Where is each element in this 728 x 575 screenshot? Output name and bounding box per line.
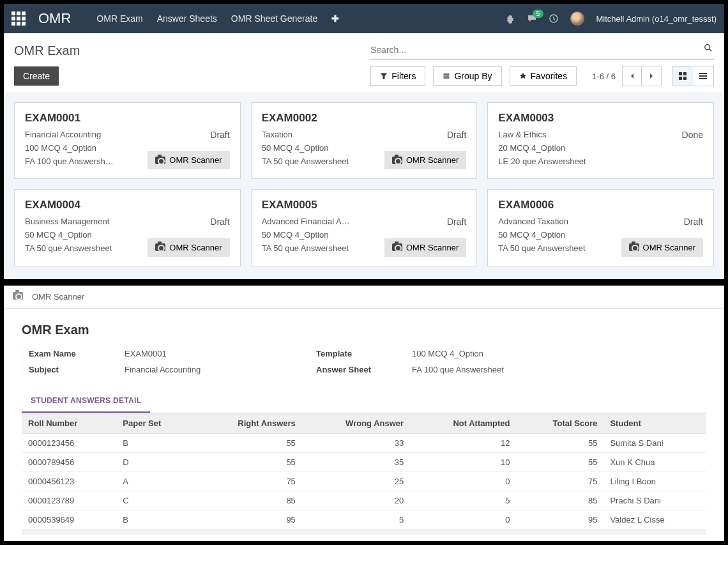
omr-scanner-button[interactable]: OMR Scanner (384, 238, 466, 257)
cell-wrong: 25 (302, 471, 410, 491)
cell-score: 95 (516, 510, 603, 529)
cell-student: Sumita S Dani (603, 433, 706, 452)
field-label-answer-sheet: Answer Sheet (316, 365, 412, 374)
breadcrumb[interactable]: OMR Scanner (32, 292, 84, 302)
filters-button[interactable]: Filters (370, 66, 425, 86)
cell-na: 12 (410, 433, 516, 452)
table-row[interactable]: 0000539649B955095Valdez L Cisse (22, 510, 706, 529)
omr-scanner-button[interactable]: OMR Scanner (384, 151, 466, 169)
camera-icon (392, 243, 402, 251)
search-icon[interactable] (704, 43, 713, 52)
cell-score: 55 (516, 433, 603, 452)
card-code: EXAM0006 (498, 199, 703, 211)
bug-icon[interactable] (505, 13, 515, 24)
favorites-button[interactable]: Favorites (510, 66, 577, 86)
nav-link-omr-exam[interactable]: OMR Exam (96, 13, 142, 24)
card-code: EXAM0002 (262, 112, 467, 125)
tab-student-answers[interactable]: STUDENT ANSWERS DETAIL (22, 390, 150, 413)
pager-prev-button[interactable] (623, 66, 642, 86)
groupby-button[interactable]: Group By (433, 66, 501, 86)
filters-label: Filters (391, 71, 416, 81)
cell-wrong: 5 (302, 510, 410, 529)
omr-scanner-button[interactable]: OMR Scanner (148, 151, 229, 169)
table-row[interactable]: 0000123456B55331255Sumita S Dani (22, 433, 706, 452)
col-paper-set[interactable]: Paper Set (116, 413, 194, 434)
card-status: Draft (210, 217, 229, 227)
table-row[interactable]: 0000123789C8520585Prachi S Dani (22, 491, 706, 510)
cell-right: 55 (194, 433, 302, 452)
chat-badge-count: 5 (533, 10, 544, 18)
omr-scanner-button[interactable]: OMR Scanner (148, 238, 229, 257)
cell-na: 0 (410, 510, 516, 529)
nav-link-answer-sheets[interactable]: Answer Sheets (157, 13, 217, 24)
avatar[interactable] (570, 12, 584, 26)
col-roll[interactable]: Roll Number (22, 413, 116, 434)
cell-student: Valdez L Cisse (603, 510, 706, 529)
top-nav: OMR OMR Exam Answer Sheets OMR Sheet Gen… (4, 4, 724, 33)
create-button[interactable]: Create (14, 66, 59, 86)
camera-icon (155, 243, 165, 251)
card-status: Draft (447, 130, 466, 140)
card-code: EXAM0005 (262, 199, 467, 211)
filter-icon (380, 72, 388, 80)
table-row[interactable]: 0000456123A7525075Liling I Boon (22, 471, 706, 491)
kanban-icon (679, 72, 686, 80)
omr-scanner-button[interactable]: OMR Scanner (621, 238, 703, 257)
card-subject: Law & Ethics (498, 128, 616, 142)
camera-icon (392, 157, 402, 164)
clock-icon[interactable] (549, 13, 559, 24)
exam-card[interactable]: EXAM0002Taxation50 MCQ 4_OptionTA 50 que… (251, 102, 478, 179)
list-view-button[interactable] (693, 66, 713, 86)
cell-na: 0 (410, 471, 516, 491)
cell-paper-set: D (116, 452, 194, 471)
apps-icon[interactable] (11, 12, 26, 26)
cell-right: 85 (194, 491, 302, 510)
svg-line-2 (709, 49, 712, 52)
chat-icon[interactable]: 5 (527, 13, 537, 24)
card-code: EXAM0004 (25, 199, 230, 211)
cell-paper-set: A (116, 471, 194, 491)
cell-paper-set: C (116, 491, 194, 510)
card-template: 50 MCQ 4_Option (25, 229, 143, 242)
card-status: Draft (447, 217, 466, 227)
cell-score: 85 (516, 491, 603, 510)
exam-card[interactable]: EXAM0006Advanced Taxation50 MCQ 4_Option… (487, 189, 714, 266)
field-value-answer-sheet: FA 100 que Answersheet (412, 365, 706, 374)
user-name[interactable]: Mitchell Admin (o14_omr_tessst) (596, 14, 717, 24)
card-status: Draft (684, 217, 703, 227)
card-sheet: LE 20 que Answersheet (498, 155, 616, 169)
table-row[interactable]: 0000789456D55351055Xun K Chua (22, 452, 706, 471)
camera-icon (13, 292, 23, 302)
nav-plus-icon[interactable]: ✚ (331, 13, 339, 24)
exam-card[interactable]: EXAM0003Law & Ethics20 MCQ 4_OptionLE 20… (487, 102, 714, 179)
col-wrong[interactable]: Wrong Answer (302, 413, 410, 434)
favorites-label: Favorites (531, 71, 568, 81)
cell-wrong: 35 (302, 452, 410, 471)
exam-card[interactable]: EXAM0004Business Management50 MCQ 4_Opti… (14, 189, 241, 266)
cell-student: Xun K Chua (603, 452, 706, 471)
pager-next-button[interactable] (642, 66, 661, 86)
scan-label: OMR Scanner (169, 155, 222, 165)
card-template: 50 MCQ 4_Option (262, 229, 380, 242)
exam-card[interactable]: EXAM0005Advanced Financial A…50 MCQ 4_Op… (251, 189, 478, 266)
field-value-subject: Financial Accounting (125, 365, 316, 374)
scan-label: OMR Scanner (169, 243, 222, 252)
col-right[interactable]: Right Answers (194, 413, 302, 434)
kanban-view-button[interactable] (672, 66, 693, 86)
scan-label: OMR Scanner (406, 243, 459, 252)
col-na[interactable]: Not Attampted (410, 413, 516, 434)
cell-roll: 0000456123 (22, 471, 116, 491)
cell-na: 5 (410, 491, 516, 510)
cell-na: 10 (410, 452, 516, 471)
col-score[interactable]: Total Score (516, 413, 603, 434)
star-icon (519, 72, 527, 80)
cell-wrong: 33 (302, 433, 410, 452)
cell-roll: 0000123456 (22, 433, 116, 452)
nav-link-omr-sheet-generate[interactable]: OMR Sheet Generate (231, 13, 317, 24)
exam-card[interactable]: EXAM0001Financial Accounting100 MCQ 4_Op… (14, 102, 241, 179)
field-value-exam-name: EXAM0001 (125, 349, 316, 358)
page-title: OMR Exam (14, 43, 369, 58)
search-input[interactable] (369, 42, 714, 59)
brand-title: OMR (38, 10, 71, 27)
col-student[interactable]: Student (603, 413, 706, 434)
